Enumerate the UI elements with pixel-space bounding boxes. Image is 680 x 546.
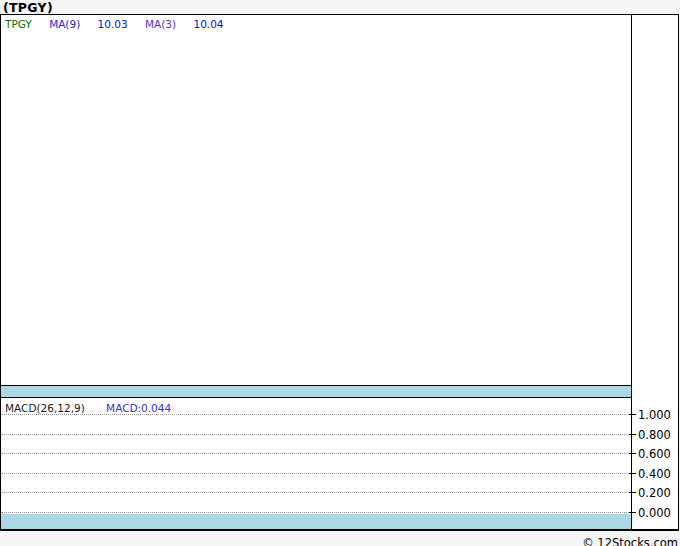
- macd-panel-legend: MACD(26,12,9) MACD:0.044: [5, 402, 171, 414]
- y-axis-tick-label: 1.000: [638, 408, 671, 422]
- y-axis-tick-label: 0.400: [638, 467, 671, 481]
- y-axis-tick-mark: [629, 512, 636, 513]
- macd-panel: MACD(26,12,9) MACD:0.044: [1, 398, 631, 529]
- macd-gridline: [1, 453, 631, 454]
- y-axis-tick-row: 0.000: [632, 506, 678, 519]
- y-axis-tick-row: 0.800: [632, 428, 678, 441]
- y-axis-tick-label: 0.600: [638, 447, 671, 461]
- y-axis-tick-mark: [629, 434, 636, 435]
- macd-gridline: [1, 473, 631, 474]
- y-axis-tick-label: 0.800: [638, 428, 671, 442]
- chart-frame: TPGY MA(9) 10.03 MA(3) 10.04 MACD(26,12,…: [0, 14, 679, 531]
- macd-value: MACD:0.044: [106, 402, 171, 414]
- y-axis-tick-row: 0.600: [632, 447, 678, 460]
- macd-gridline: [1, 414, 631, 415]
- ma3-label: MA(3): [145, 18, 176, 30]
- y-axis-tick-row: 0.200: [632, 486, 678, 499]
- stock-chart-page: (TPGY) TPGY MA(9) 10.03 MA(3) 10.04 MACD…: [0, 0, 680, 546]
- y-axis-tick-mark: [629, 492, 636, 493]
- macd-gridline: [1, 512, 631, 513]
- price-panel: TPGY MA(9) 10.03 MA(3) 10.04: [1, 15, 631, 386]
- y-axis-tick-label: 0.200: [638, 486, 671, 500]
- macd-band: [1, 514, 631, 529]
- copyright-link[interactable]: © 12Stocks.com: [582, 536, 679, 546]
- y-axis-tick-row: 1.000: [632, 408, 678, 421]
- ma9-value: 10.03: [98, 18, 128, 30]
- y-axis-tick-mark: [629, 473, 636, 474]
- y-axis-tick-mark: [629, 453, 636, 454]
- page-title: (TPGY): [3, 0, 53, 15]
- price-panel-legend: TPGY MA(9) 10.03 MA(3) 10.04: [5, 18, 238, 30]
- macd-gridline: [1, 492, 631, 493]
- ma9-label: MA(9): [49, 18, 80, 30]
- y-axis-tick-label: 0.000: [638, 506, 671, 520]
- y-axis-tick-row: 0.400: [632, 467, 678, 480]
- ma3-value: 10.04: [193, 18, 223, 30]
- macd-gridline: [1, 434, 631, 435]
- ticker-label: TPGY: [5, 18, 32, 30]
- macd-y-axis: 1.0000.8000.6000.4000.2000.000: [632, 15, 678, 529]
- volume-band: [1, 386, 631, 398]
- copyright-bar: © 12Stocks.com: [0, 532, 679, 546]
- y-axis-tick-mark: [629, 414, 636, 415]
- macd-label: MACD(26,12,9): [5, 402, 85, 414]
